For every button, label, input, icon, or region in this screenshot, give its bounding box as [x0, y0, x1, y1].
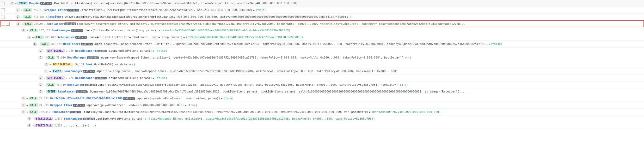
- contract-name-12[interactable]: Rebalancer: [67, 83, 84, 86]
- row-content-4: 4→CALL287,170BookManagercallers.lock(loc…: [1, 29, 291, 32]
- expand-btn-3[interactable]: [6, 22, 10, 26]
- badge-arrow-16: →: [26, 111, 28, 113]
- badge-type-14: CALL: [29, 97, 38, 100]
- contract-name-17[interactable]: BookManager: [64, 117, 83, 120]
- result-4: (result=0x938eb76667bf468f80aca3db40520d…: [161, 29, 291, 32]
- row-content-17: 4→STATICCALL1,474BookManagercallers.getB…: [1, 117, 375, 120]
- badge-arrow-5: →: [32, 36, 34, 39]
- method-name-6: .open: [93, 42, 102, 46]
- row-staticcall-bookmanager-isopen1: 7→STATICCALL2,726BookManagercallers.isOp…: [0, 48, 644, 54]
- params-8: (key=[base=Wrapped Ether, unitSize=1, qu…: [108, 56, 405, 59]
- row-delegatecall-book: 8→DELEGATECALL66,134Book.0xab8a7e5f(raw …: [0, 61, 644, 68]
- row-call-rebalancer-lockacquired: 5→CALL285,842Rebalancercallers.lockAcqui…: [0, 34, 644, 41]
- result-18: (...): [88, 124, 96, 127]
- contract-name-1[interactable]: Wrapped Ether: [44, 8, 67, 12]
- badge-arrow-1: →: [21, 9, 22, 11]
- row-content-18: 4→STATICCALL2,200.......(...)▶(...): [1, 124, 96, 127]
- row-checkbox-0[interactable]: [1, 2, 5, 5]
- row-content-5: 5→CALL285,842Rebalancercallers.lockAcqui…: [1, 36, 303, 39]
- badge-index-7: 7: [39, 49, 43, 53]
- gas-18: 2,200: [54, 124, 62, 127]
- row-call-bookmanager-lock: 4→CALL287,170BookManagercallers.lock(loc…: [0, 27, 644, 34]
- result-arrow-17[interactable]: ▶: [145, 117, 146, 120]
- contract-label-14: callers: [123, 97, 135, 100]
- method-name-1: .transfer: [80, 8, 95, 12]
- result-arrow-11[interactable]: ▶: [153, 77, 154, 79]
- contract-name-7[interactable]: BookManager: [75, 49, 94, 53]
- method-name-4: .lock: [84, 29, 92, 32]
- contract-name-14[interactable]: 0xd3c8d0cd07ade92df2d88752d36b80498ca127…: [50, 97, 122, 100]
- method-name-8: .open: [99, 56, 108, 59]
- badge-index-17: 4: [27, 117, 31, 120]
- contract-name-8[interactable]: BookManager: [67, 56, 86, 59]
- method-name-11: .isOpened: [107, 76, 123, 80]
- badge-type-18: STATICCALL: [34, 124, 53, 127]
- contract-name-6[interactable]: Rebalancer: [63, 42, 80, 46]
- contract-label-6: callers: [81, 43, 93, 45]
- row-event-bookmanager-open: 8→EVENTBookManagercallers.Open(id=(long …: [0, 68, 644, 75]
- badge-type-4: CALL: [29, 29, 38, 32]
- result-arrow-1[interactable]: ▶: [253, 9, 255, 11]
- method-name-12: .open: [97, 83, 106, 86]
- row-checkbox-1[interactable]: [1, 8, 5, 12]
- contract-name-10[interactable]: BookManager: [64, 69, 83, 73]
- result-arrow-7[interactable]: ▶: [153, 49, 154, 52]
- badge-index-5: 5: [27, 36, 31, 39]
- row-call-rebalancer-open: 6→CALL282,429Rebalancercallers.open(book…: [0, 41, 644, 48]
- result-arrow-15[interactable]: ▶: [185, 104, 186, 107]
- badge-type-7: STATICCALL: [46, 49, 65, 53]
- result-7: (false): [155, 49, 167, 53]
- row-call-weth-transfer: 2→CALL29,701Wrapped Ethercallers.transfe…: [0, 7, 644, 14]
- gas-17: 1,474: [54, 117, 62, 120]
- method-name-0: .Morpho Blue.FlashLoan: [53, 2, 91, 5]
- row-content-10: 8→EVENTBookManagercallers.Open(id=(long …: [1, 69, 398, 73]
- row-content-9: 8→DELEGATECALL66,134Book.0xab8a7e5f(raw …: [1, 63, 135, 66]
- result-5: (0x938eb76667bf468f80aca3db40520d8f99b6c…: [186, 36, 303, 39]
- badge-index-1: 2: [16, 8, 20, 12]
- badge-type-8: CALL: [46, 56, 55, 59]
- badge-type-9: DELEGATECALL: [52, 63, 73, 66]
- result-arrow-18[interactable]: ▶: [85, 124, 87, 127]
- contract-name-3[interactable]: Rebalancer: [46, 22, 64, 26]
- result-12: (): [404, 83, 408, 86]
- contract-name-15[interactable]: Wrapped Ether: [50, 103, 72, 107]
- result-arrow-14[interactable]: ▶: [221, 97, 223, 100]
- params-5: (lockCaller=Rebalancer, data=(long param…: [110, 36, 183, 39]
- result-arrow-9[interactable]: ▶: [130, 63, 131, 66]
- badge-arrow-6: →: [38, 43, 39, 45]
- result-2: (): [349, 15, 353, 19]
- row-checkbox-3[interactable]: [2, 22, 5, 26]
- row-call-receiver-onmorpho: 2→CALL714,586[Receiver].0x32fb1bedd95bf7…: [0, 14, 644, 20]
- contract-name-13[interactable]: Rebalancer: [58, 90, 75, 93]
- params-4: (locker=Rebalancer, data=(long param)): [92, 29, 158, 32]
- badge-arrow-17: →: [32, 117, 34, 120]
- contract-label-5: callers: [75, 36, 87, 39]
- badge-type-3: CALL: [23, 22, 33, 26]
- row-checkbox-2[interactable]: [1, 15, 5, 19]
- contract-name-11[interactable]: BookManager: [75, 76, 94, 80]
- result-14: (true): [223, 97, 234, 100]
- result-arrow-5[interactable]: ▶: [183, 36, 185, 39]
- row-content-1: 2→CALL29,701Wrapped Ethercallers.transfe…: [1, 8, 266, 12]
- contract-name-5[interactable]: Rebalancer: [57, 36, 75, 39]
- gas-14: 22,693: [39, 97, 48, 100]
- contract-name-18[interactable]: ...: [64, 124, 69, 127]
- badge-type-17: STATICCALL: [34, 117, 53, 120]
- result-arrow-16[interactable]: ▶: [369, 111, 371, 113]
- result-arrow-12[interactable]: ▶: [402, 83, 404, 86]
- contract-label-8: callers: [87, 56, 99, 59]
- result-arrow-8[interactable]: ▶: [406, 56, 407, 59]
- contract-name-16[interactable]: Rebalancer: [52, 110, 69, 114]
- contract-name-0[interactable]: Morpho: [29, 2, 40, 5]
- badge-index-12: 7: [39, 83, 43, 86]
- contract-name-9[interactable]: Book: [85, 63, 93, 66]
- badge-arrow-15: →: [26, 104, 28, 107]
- params-16: (key=0x938eb76667bf468f80aca3db40520d8f9…: [91, 110, 369, 114]
- contract-name-2[interactable]: [Receiver]: [46, 15, 63, 19]
- result-arrow-4[interactable]: ▶: [159, 29, 160, 32]
- contract-label-15: callers: [73, 104, 85, 107]
- gas-9: 66,134: [75, 63, 84, 66]
- contract-name-4[interactable]: BookManager: [52, 29, 71, 32]
- badge-index-6: 6: [33, 42, 37, 46]
- result-arrow-2[interactable]: ▶: [347, 15, 349, 18]
